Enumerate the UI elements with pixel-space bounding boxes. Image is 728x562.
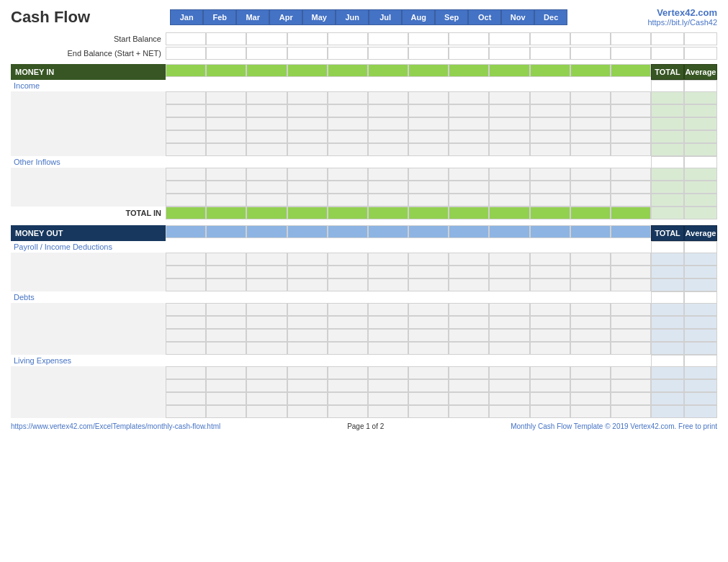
month-tab-feb[interactable]: Feb (203, 9, 236, 25)
month-tab-jan[interactable]: Jan (170, 9, 203, 25)
month-tab-jul[interactable]: Jul (369, 9, 402, 25)
month-tab-apr[interactable]: Apr (269, 9, 302, 25)
month-cell (246, 266, 287, 278)
month-cell (246, 91, 287, 104)
month-cell (408, 64, 449, 77)
footer-page-number: Page 1 of 2 (347, 422, 384, 430)
table-row (11, 342, 717, 355)
month-cell (449, 405, 489, 418)
month-cell (611, 303, 651, 316)
row-label (11, 104, 166, 117)
month-cell (408, 130, 449, 143)
month-cell (489, 379, 529, 392)
month-cell (246, 241, 287, 253)
month-cell (611, 80, 651, 91)
income-rows (11, 91, 717, 156)
month-cell (530, 379, 570, 392)
table-row (11, 303, 717, 316)
month-cell (449, 379, 489, 392)
month-cell (489, 194, 529, 207)
month-cell (611, 225, 651, 238)
money-in-total-label: TOTAL (651, 64, 684, 80)
month-cell (449, 392, 489, 405)
month-cell (530, 355, 570, 366)
month-tab-aug[interactable]: Aug (402, 9, 435, 25)
month-cell (449, 143, 489, 156)
month-cell (449, 47, 489, 60)
month-cell (449, 342, 489, 355)
other-inflows-label: Other Inflows (11, 156, 166, 168)
month-cell (287, 194, 328, 207)
month-cell (287, 392, 328, 405)
month-tab-nov[interactable]: Nov (501, 9, 534, 25)
month-cell (368, 329, 408, 342)
start-balance-cells (166, 32, 651, 45)
month-cell (489, 241, 529, 253)
month-cell (246, 225, 287, 238)
debts-rows (11, 303, 717, 355)
row-label (11, 342, 166, 355)
month-cell (611, 91, 651, 104)
month-cell (449, 32, 489, 45)
month-cell (166, 253, 206, 266)
month-cell (530, 181, 570, 194)
month-cell (166, 91, 206, 104)
month-tab-oct[interactable]: Oct (468, 9, 501, 25)
month-cell (570, 168, 611, 181)
month-cell (489, 266, 529, 278)
page-header: Cash Flow JanFebMarAprMayJunJulAugSepOct… (11, 7, 717, 27)
month-cell (287, 64, 328, 77)
month-cell (611, 392, 651, 405)
row-label (11, 316, 166, 329)
month-cell (166, 225, 206, 238)
money-out-average-label: Average (684, 225, 717, 241)
month-cell (449, 253, 489, 266)
month-cell (530, 117, 570, 130)
month-cell (530, 91, 570, 104)
month-tab-mar[interactable]: Mar (236, 9, 269, 25)
income-label-row: Income (11, 80, 717, 91)
month-tab-dec[interactable]: Dec (534, 9, 567, 25)
month-cell (246, 47, 287, 60)
month-cell (166, 194, 206, 207)
month-cell (570, 104, 611, 117)
row-label (11, 253, 166, 266)
month-tab-jun[interactable]: Jun (336, 9, 369, 25)
month-cell (408, 156, 449, 168)
footer-left-url[interactable]: https://www.vertex42.com/ExcelTemplates/… (11, 422, 220, 430)
month-cell (611, 342, 651, 355)
end-balance-total (651, 47, 717, 60)
month-cell (368, 80, 408, 91)
month-cell (570, 342, 611, 355)
month-cell (611, 104, 651, 117)
month-cell (408, 80, 449, 91)
month-tab-sep[interactable]: Sep (435, 9, 468, 25)
month-cell (408, 225, 449, 238)
month-cell (611, 143, 651, 156)
month-cell (489, 278, 529, 291)
month-cell (449, 194, 489, 207)
row-label (11, 266, 166, 278)
month-cell (246, 194, 287, 207)
money-out-header-months (166, 225, 651, 241)
month-cell (287, 104, 328, 117)
month-tab-may[interactable]: May (302, 9, 336, 25)
month-cell (328, 303, 368, 316)
month-cell (206, 342, 246, 355)
table-row (11, 143, 717, 156)
month-cell (246, 329, 287, 342)
month-cell (206, 392, 246, 405)
living-label-row: Living Expenses (11, 355, 717, 366)
month-cell (287, 266, 328, 278)
month-cell (489, 80, 529, 91)
month-cell (287, 366, 328, 379)
month-cell (611, 130, 651, 143)
money-in-section: MONEY IN TOTAL Average Income Other Infl… (11, 64, 717, 219)
month-cell (570, 366, 611, 379)
end-balance-row: End Balance (Start + NET) (11, 47, 717, 60)
month-cell (246, 80, 287, 91)
month-cell (408, 32, 449, 45)
month-cell (611, 47, 651, 60)
row-label (11, 303, 166, 316)
month-cell (206, 291, 246, 303)
